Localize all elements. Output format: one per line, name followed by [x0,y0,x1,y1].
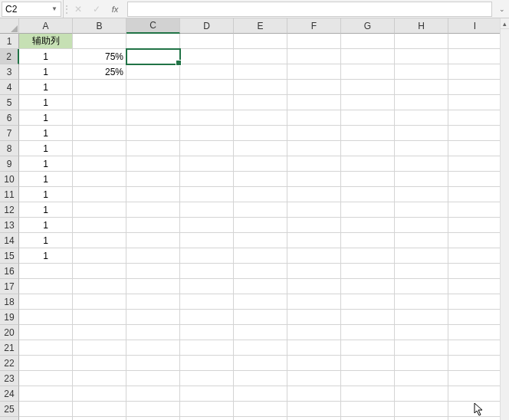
cell-G14[interactable] [341,233,395,248]
cell-B4[interactable] [73,80,126,95]
cell-F21[interactable] [287,340,341,356]
cell-B12[interactable] [73,202,126,218]
cell-G9[interactable] [341,156,395,172]
cell-F17[interactable] [287,279,341,294]
cell-I25[interactable] [448,402,502,417]
row-header-23[interactable]: 23 [0,371,19,386]
cell-C25[interactable] [126,402,180,417]
cell-E1[interactable] [234,34,287,49]
cell-A11[interactable]: 1 [19,187,73,202]
cell-F3[interactable] [287,64,341,80]
cell-C15[interactable] [126,248,180,264]
cell-D15[interactable] [180,248,234,264]
column-header-G[interactable]: G [341,18,395,34]
cell-F7[interactable] [287,126,341,141]
row-header-9[interactable]: 9 [0,156,19,172]
cell-B15[interactable] [73,248,126,264]
cell-A14[interactable]: 1 [19,233,73,248]
cell-H1[interactable] [395,34,448,49]
cell-D11[interactable] [180,187,234,202]
cell-D10[interactable] [180,172,234,187]
cell-F10[interactable] [287,172,341,187]
cell-B24[interactable] [73,386,126,402]
cell-A23[interactable] [19,371,73,386]
cell-G8[interactable] [341,141,395,156]
cell-G25[interactable] [341,402,395,417]
dropdown-icon[interactable]: ▼ [51,5,57,12]
row-header-11[interactable]: 11 [0,187,19,202]
cell-F12[interactable] [287,202,341,218]
cell-A5[interactable]: 1 [19,95,73,110]
cell-I7[interactable] [448,126,502,141]
cell-D4[interactable] [180,80,234,95]
cell-H16[interactable] [395,264,448,279]
cell-F5[interactable] [287,95,341,110]
cell-F18[interactable] [287,294,341,310]
cancel-icon[interactable]: ✕ [69,2,87,17]
cell-I24[interactable] [448,386,502,402]
cell-G13[interactable] [341,218,395,233]
cell-H8[interactable] [395,141,448,156]
cell-B14[interactable] [73,233,126,248]
cell-H3[interactable] [395,64,448,80]
cell-I16[interactable] [448,264,502,279]
cell-I13[interactable] [448,218,502,233]
cell-F6[interactable] [287,110,341,126]
cell-H4[interactable] [395,80,448,95]
cell-B10[interactable] [73,172,126,187]
cell-I10[interactable] [448,172,502,187]
row-header-7[interactable]: 7 [0,126,19,141]
cell-A13[interactable]: 1 [19,218,73,233]
cell-E5[interactable] [234,95,287,110]
cell-G5[interactable] [341,95,395,110]
cell-E11[interactable] [234,187,287,202]
cell-A19[interactable] [19,310,73,325]
cell-F23[interactable] [287,371,341,386]
cell-E10[interactable] [234,172,287,187]
cell-A8[interactable]: 1 [19,141,73,156]
fx-icon[interactable]: fx [106,2,124,17]
cell-C16[interactable] [126,264,180,279]
cell-H7[interactable] [395,126,448,141]
cell-D8[interactable] [180,141,234,156]
cell-G19[interactable] [341,310,395,325]
formula-input[interactable] [127,2,492,17]
cell-A16[interactable] [19,264,73,279]
enter-icon[interactable]: ✓ [87,2,106,17]
row-header-4[interactable]: 4 [0,80,19,95]
cell-B26[interactable] [73,417,126,420]
cell-H14[interactable] [395,233,448,248]
cell-I17[interactable] [448,279,502,294]
cell-F4[interactable] [287,80,341,95]
cell-C24[interactable] [126,386,180,402]
cell-D20[interactable] [180,325,234,340]
cell-C17[interactable] [126,279,180,294]
cell-D24[interactable] [180,386,234,402]
cell-B2[interactable]: 75% [73,49,126,64]
cell-H24[interactable] [395,386,448,402]
cell-I22[interactable] [448,356,502,371]
cell-C23[interactable] [126,371,180,386]
cell-H26[interactable] [395,417,448,420]
cell-B16[interactable] [73,264,126,279]
cell-G15[interactable] [341,248,395,264]
vertical-scrollbar[interactable]: ▴ [500,18,509,420]
cell-G1[interactable] [341,34,395,49]
column-header-F[interactable]: F [287,18,341,34]
cell-H25[interactable] [395,402,448,417]
cell-I4[interactable] [448,80,502,95]
cell-D9[interactable] [180,156,234,172]
cell-E16[interactable] [234,264,287,279]
cell-G12[interactable] [341,202,395,218]
cell-G26[interactable] [341,417,395,420]
cell-A22[interactable] [19,356,73,371]
cell-I14[interactable] [448,233,502,248]
cell-F13[interactable] [287,218,341,233]
cell-H10[interactable] [395,172,448,187]
cell-C8[interactable] [126,141,180,156]
cell-E21[interactable] [234,340,287,356]
cell-H17[interactable] [395,279,448,294]
cell-I20[interactable] [448,325,502,340]
cell-C19[interactable] [126,310,180,325]
cell-A10[interactable]: 1 [19,172,73,187]
